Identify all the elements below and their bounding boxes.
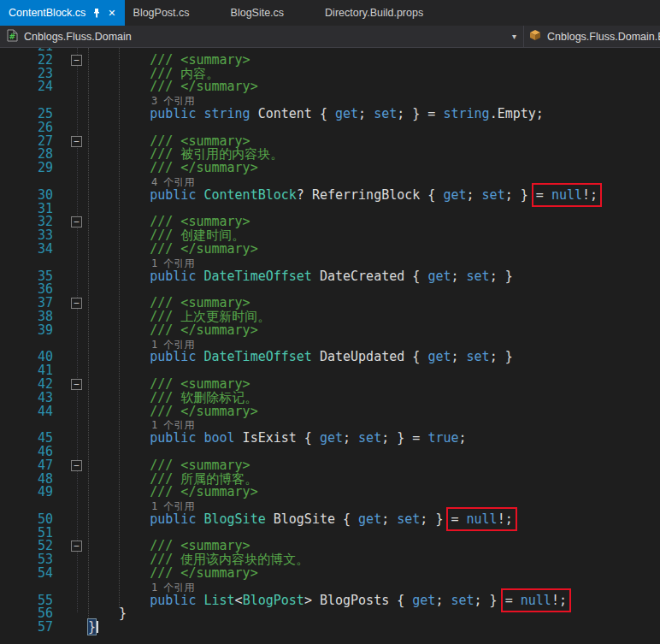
line-number: 34	[0, 243, 56, 257]
code-line: 40 public DateTimeOffset DateUpdated { g…	[0, 351, 660, 364]
code-token: ; }	[490, 349, 513, 364]
code-token: !;	[498, 511, 513, 527]
code-token: ? ReferringBlock {	[297, 187, 444, 203]
code-text: public ContentBlock? ReferringBlock { ge…	[85, 189, 660, 203]
code-text: public bool IsExist { get; set; } = true…	[85, 432, 660, 446]
code-token: set	[467, 349, 490, 364]
code-token: set	[467, 269, 490, 284]
code-token: /// </summary>	[88, 79, 258, 94]
code-token: DateTimeOffset	[203, 349, 311, 364]
fold-margin	[56, 513, 85, 527]
code-text: /// </summary>	[85, 243, 660, 257]
code-token: DateTimeOffset	[203, 269, 311, 284]
code-editor[interactable]: 2122− /// <summary>23 /// 内容。24 /// </su…	[0, 48, 660, 644]
fold-toggle-icon[interactable]: −	[71, 541, 82, 552]
fold-margin	[56, 473, 85, 487]
code-token: public	[88, 187, 196, 203]
fold-toggle-icon[interactable]: −	[71, 55, 82, 66]
tab-label: BlogPost.cs	[133, 7, 190, 19]
code-line: 44 /// </summary>	[0, 405, 660, 419]
fold-toggle-icon[interactable]: −	[71, 216, 82, 227]
fold-margin	[56, 499, 85, 513]
code-token: bool	[203, 430, 234, 446]
code-line: 34 /// </summary>	[0, 243, 660, 257]
code-token: ; }	[420, 511, 451, 527]
code-token: ContentBlock	[203, 187, 296, 203]
code-text: /// </summary>	[85, 405, 660, 419]
fold-margin: −	[56, 540, 85, 553]
pin-icon[interactable]	[92, 8, 101, 18]
code-token: .Empty;	[490, 106, 544, 121]
fold-margin: −	[56, 378, 85, 392]
line-number: 49	[0, 486, 56, 499]
line-number: 39	[0, 324, 56, 338]
code-text: public List<BlogPost> BlogPosts { get; s…	[85, 594, 660, 608]
code-token: set	[482, 187, 505, 203]
code-token: public	[88, 511, 196, 527]
code-token: BlogSite	[203, 511, 265, 527]
code-text: public BlogSite BlogSite { get; set; } =…	[85, 513, 660, 527]
tab-contentblock-cs[interactable]: ContentBlock.cs ✕	[0, 0, 125, 26]
code-text: /// </summary>	[85, 80, 660, 94]
line-number: 57	[0, 621, 56, 635]
fold-margin	[56, 108, 85, 121]
code-text: /// </summary>	[85, 486, 660, 499]
tab-blogpost-cs[interactable]: BlogPost.cs	[125, 0, 222, 26]
code-token: ; } =	[397, 106, 443, 121]
fold-margin	[56, 405, 85, 419]
fold-toggle-icon[interactable]: −	[71, 136, 82, 147]
fold-margin	[56, 581, 85, 594]
member-dropdown[interactable]: Cnblogs.Fluss.Domain.E	[524, 26, 660, 47]
fold-margin	[56, 189, 85, 203]
fold-margin	[56, 283, 85, 297]
code-token: set	[397, 511, 420, 527]
code-token: get	[412, 593, 435, 608]
fold-toggle-icon[interactable]: −	[71, 379, 82, 390]
code-token: ;	[381, 511, 397, 527]
line-number: 24	[0, 80, 56, 94]
code-token: /// </summary>	[88, 322, 258, 338]
code-token: ;	[435, 593, 451, 608]
code-token: =	[505, 593, 521, 608]
code-token: !;	[551, 593, 567, 608]
code-token: DateUpdated {	[312, 349, 427, 364]
class-cube-icon	[529, 29, 541, 44]
fold-margin	[56, 324, 85, 338]
project-dropdown[interactable]: # Cnblogs.Fluss.Domain ▾	[0, 26, 523, 47]
close-icon[interactable]: ✕	[108, 9, 115, 18]
code-line: 50 public BlogSite BlogSite { get; set; …	[0, 513, 660, 527]
brace-match-highlight: }	[88, 619, 96, 635]
navigation-bar: # Cnblogs.Fluss.Domain ▾ Cnblogs.Fluss.D…	[0, 26, 660, 48]
chevron-down-icon[interactable]: ▾	[512, 32, 516, 41]
code-token: public	[88, 430, 196, 446]
code-token: get	[320, 430, 343, 446]
code-token: <	[235, 593, 243, 608]
code-text: }	[85, 621, 660, 635]
fold-toggle-icon[interactable]: −	[71, 298, 82, 309]
code-token: /// </summary>	[88, 565, 258, 581]
fold-margin	[56, 351, 85, 364]
code-line: 45 public bool IsExist { get; set; } = t…	[0, 432, 660, 446]
code-token: /// </summary>	[88, 484, 258, 499]
code-line: 25 public string Content { get; set; } =…	[0, 108, 660, 121]
code-token: null	[551, 187, 582, 203]
fold-margin	[56, 567, 85, 581]
code-text: /// </summary>	[85, 567, 660, 581]
tab-label: Directory.Build.props	[325, 7, 423, 19]
code-token: set	[451, 593, 474, 608]
tab-blogsite-cs[interactable]: BlogSite.cs	[222, 0, 317, 26]
fold-margin	[56, 310, 85, 324]
fold-margin	[56, 621, 85, 635]
fold-toggle-icon[interactable]: −	[71, 460, 82, 471]
svg-text:#: #	[9, 32, 16, 41]
code-text: public string Content { get; set; } = st…	[85, 108, 660, 121]
tab-directory-build-props[interactable]: Directory.Build.props	[316, 0, 456, 26]
csharp-project-icon: #	[7, 29, 18, 44]
code-token: set	[358, 430, 381, 446]
code-token: Content {	[250, 106, 335, 121]
code-token: List	[203, 593, 234, 608]
text-cursor	[97, 621, 98, 633]
code-token: ; } =	[381, 430, 427, 446]
code-token: /// </summary>	[88, 160, 258, 175]
code-token: =	[536, 187, 551, 203]
